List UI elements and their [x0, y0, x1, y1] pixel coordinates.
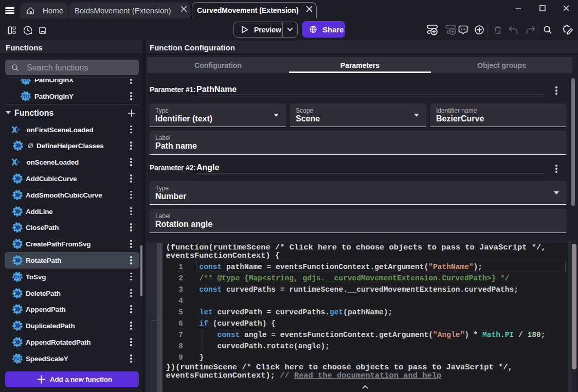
svg-text:f(x): f(x)	[14, 274, 21, 279]
svg-text:f(x): f(x)	[14, 356, 21, 361]
svg-text:f(x): f(x)	[22, 94, 29, 99]
